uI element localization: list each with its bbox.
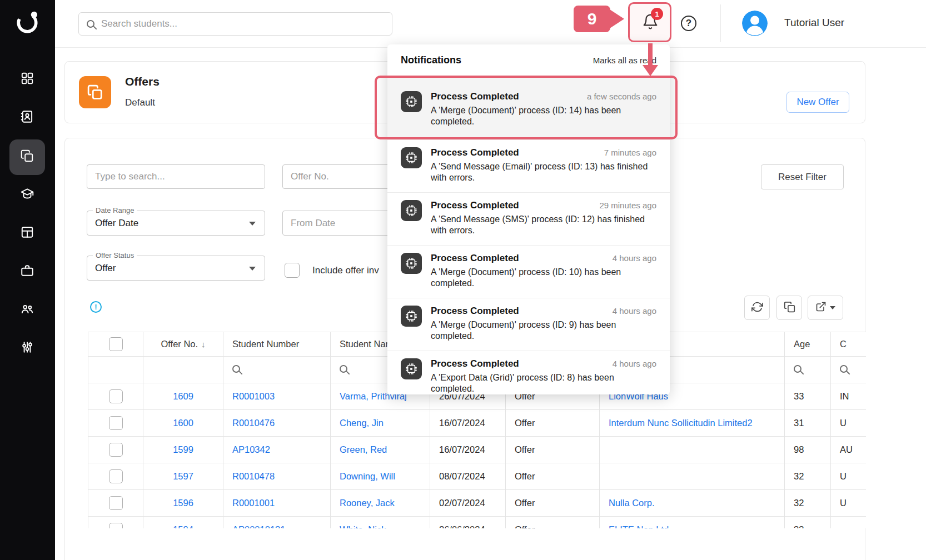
cell-link[interactable]: Green, Red xyxy=(340,444,387,454)
date-range-select[interactable]: Date Range Offer Date xyxy=(87,211,265,236)
row-checkbox[interactable] xyxy=(109,416,123,430)
column-header-student_number[interactable]: Student Number xyxy=(223,332,331,357)
notification-title: Process Completed xyxy=(431,358,519,369)
process-icon xyxy=(401,306,422,327)
cell-link[interactable]: AP00010131 xyxy=(232,524,285,528)
cell-link[interactable]: 1597 xyxy=(173,471,193,481)
table-cell: U xyxy=(831,410,867,437)
table-cell: R0001003 xyxy=(223,383,331,410)
column-header-offer_no[interactable]: Offer No.↓ xyxy=(143,332,223,357)
cell-link[interactable]: Nulla Corp. xyxy=(609,498,655,508)
row-checkbox[interactable] xyxy=(109,443,123,457)
table-row: 1596R0001001Rooney, Jack02/07/2024OfferN… xyxy=(88,490,867,517)
filter-cell-age[interactable] xyxy=(785,357,831,383)
row-checkbox[interactable] xyxy=(109,389,123,403)
cell-link[interactable]: AP10342 xyxy=(232,444,270,454)
user-avatar[interactable] xyxy=(742,11,768,36)
table-cell: 33 xyxy=(785,383,831,410)
column-label: C xyxy=(840,339,847,349)
mark-all-read-button[interactable]: Marks all as read xyxy=(593,56,656,65)
row-checkbox[interactable] xyxy=(109,469,123,483)
table-cell: 1599 xyxy=(143,437,223,463)
user-name: Tutorial User xyxy=(784,17,844,29)
refresh-button[interactable] xyxy=(744,296,770,320)
grid-search-input[interactable] xyxy=(95,171,257,182)
table-cell: Green, Red xyxy=(331,437,430,463)
tutorial-step-badge: 9 xyxy=(574,6,610,32)
cell-text: Offer xyxy=(515,498,535,508)
table-cell: 33 xyxy=(785,517,831,529)
notification-item[interactable]: Process Completed 4 hours ago A 'Export … xyxy=(387,351,670,394)
table-cell xyxy=(88,437,143,463)
table-cell: 31 xyxy=(785,410,831,437)
page-title: Offers xyxy=(125,75,160,88)
table-cell: AU xyxy=(831,437,867,463)
cell-text: U xyxy=(840,418,847,428)
cell-link[interactable]: R0010478 xyxy=(232,471,275,481)
cell-link[interactable]: Cheng, Jin xyxy=(340,418,384,428)
cell-link[interactable]: 1594 xyxy=(173,524,193,528)
student-search[interactable] xyxy=(78,12,392,36)
sidebar-item-contacts[interactable] xyxy=(9,100,45,136)
notification-description: A 'Merge (Document)' process (ID: 9) has… xyxy=(431,319,656,342)
column-header-select xyxy=(88,332,143,357)
notification-item[interactable]: Process Completed 7 minutes ago A 'Send … xyxy=(387,140,670,193)
notification-item[interactable]: Process Completed 29 minutes ago A 'Send… xyxy=(387,193,670,246)
table-cell: 26/06/2024 xyxy=(430,517,506,529)
select-all-checkbox[interactable] xyxy=(109,337,123,351)
cell-link[interactable]: ELITE Non Ltd xyxy=(609,524,669,528)
column-header-country[interactable]: C xyxy=(831,332,867,357)
help-button[interactable] xyxy=(681,16,696,31)
search-input[interactable] xyxy=(101,18,384,29)
sidebar-item-settings[interactable] xyxy=(9,331,45,366)
sidebar-item-education[interactable] xyxy=(9,177,45,213)
cell-link[interactable]: Rooney, Jack xyxy=(340,498,395,508)
cell-text: Offer xyxy=(515,444,535,454)
info-icon[interactable] xyxy=(90,301,102,313)
export-button[interactable] xyxy=(808,296,843,320)
process-icon xyxy=(401,253,422,274)
sidebar-item-offers[interactable] xyxy=(9,139,45,175)
table-cell: ELITE Non Ltd xyxy=(600,517,785,529)
cell-link[interactable]: R0001001 xyxy=(232,498,275,508)
notification-description: A 'Export Data (Grid)' process (ID: 8) h… xyxy=(431,372,656,394)
filter-cell-select xyxy=(88,357,143,383)
cell-text: 33 xyxy=(794,524,804,528)
cell-link[interactable]: White, Nick xyxy=(340,524,386,528)
new-offer-button[interactable]: New Offer xyxy=(786,92,849,113)
table-row: 1594AP00010131White, Nick26/06/2024Offer… xyxy=(88,517,867,529)
reset-filter-button[interactable]: Reset Filter xyxy=(761,164,844,189)
notification-timestamp: 29 minutes ago xyxy=(599,201,656,210)
table-cell: 1594 xyxy=(143,517,223,529)
notification-item[interactable]: Process Completed 4 hours ago A 'Merge (… xyxy=(387,246,670,298)
cell-link[interactable]: 1599 xyxy=(173,444,193,454)
cell-link[interactable]: R0001003 xyxy=(232,391,275,401)
row-checkbox[interactable] xyxy=(109,523,123,528)
grid-search-field[interactable] xyxy=(87,164,265,189)
cell-link[interactable]: 1596 xyxy=(173,498,193,508)
cell-link[interactable]: Interdum Nunc Sollicitudin Limited2 xyxy=(609,418,753,428)
table-cell xyxy=(600,437,785,463)
copy-button[interactable] xyxy=(776,296,802,320)
cell-link[interactable]: R0010476 xyxy=(232,418,275,428)
cell-link[interactable]: 1609 xyxy=(173,391,193,401)
sidebar-item-dashboard[interactable] xyxy=(9,62,45,97)
cell-link[interactable]: 1600 xyxy=(173,418,193,428)
table-cell xyxy=(88,410,143,437)
table-cell: 32 xyxy=(785,490,831,517)
column-header-age[interactable]: Age xyxy=(785,332,831,357)
cell-text: 16/07/2024 xyxy=(439,418,485,428)
row-checkbox[interactable] xyxy=(109,496,123,510)
cell-text: 08/07/2024 xyxy=(439,471,485,481)
table-row: 1599AP10342Green, Red16/07/2024Offer98AU xyxy=(88,437,867,463)
filter-cell-student_number[interactable] xyxy=(223,357,331,383)
filter-cell-country[interactable] xyxy=(831,357,867,383)
notification-item[interactable]: Process Completed 4 hours ago A 'Merge (… xyxy=(387,298,670,351)
sidebar-item-agents[interactable] xyxy=(9,292,45,328)
sidebar-item-layout[interactable] xyxy=(9,216,45,251)
cell-link[interactable]: Downing, Will xyxy=(340,471,395,481)
table-cell: R0010476 xyxy=(223,410,331,437)
sidebar-item-jobs[interactable] xyxy=(9,254,45,289)
include-offer-checkbox[interactable] xyxy=(285,263,300,278)
offer-status-select[interactable]: Offer Status Offer xyxy=(87,256,265,281)
